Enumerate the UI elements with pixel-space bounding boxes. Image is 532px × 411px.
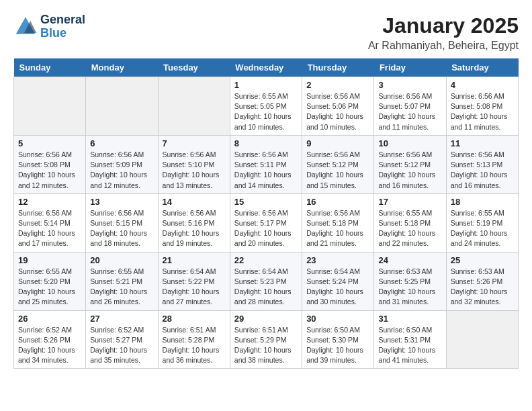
day-number: 5 <box>18 138 81 148</box>
day-number: 30 <box>306 314 369 324</box>
calendar-cell: 12Sunrise: 6:56 AM Sunset: 5:14 PM Dayli… <box>14 193 86 252</box>
day-number: 23 <box>306 255 369 265</box>
calendar-cell: 3Sunrise: 6:56 AM Sunset: 5:07 PM Daylig… <box>374 77 446 136</box>
day-number: 29 <box>234 314 298 324</box>
calendar-cell: 4Sunrise: 6:56 AM Sunset: 5:08 PM Daylig… <box>446 77 518 136</box>
day-number: 31 <box>378 314 441 324</box>
calendar-cell: 7Sunrise: 6:56 AM Sunset: 5:10 PM Daylig… <box>158 135 230 193</box>
day-info: Sunrise: 6:51 AM Sunset: 5:29 PM Dayligh… <box>234 325 298 366</box>
header-friday: Friday <box>374 58 446 77</box>
calendar-cell: 30Sunrise: 6:50 AM Sunset: 5:30 PM Dayli… <box>302 310 374 369</box>
calendar-cell: 26Sunrise: 6:52 AM Sunset: 5:26 PM Dayli… <box>14 310 86 369</box>
header-sunday: Sunday <box>14 58 86 77</box>
day-number: 19 <box>18 255 81 265</box>
logo-icon <box>13 15 38 39</box>
day-info: Sunrise: 6:56 AM Sunset: 5:06 PM Dayligh… <box>306 91 369 132</box>
calendar-cell <box>446 310 518 369</box>
day-info: Sunrise: 6:52 AM Sunset: 5:27 PM Dayligh… <box>90 325 153 366</box>
day-info: Sunrise: 6:56 AM Sunset: 5:08 PM Dayligh… <box>451 91 514 132</box>
calendar-cell <box>14 77 86 136</box>
day-info: Sunrise: 6:55 AM Sunset: 5:21 PM Dayligh… <box>90 267 153 308</box>
title-block: January 2025 Ar Rahmaniyah, Beheira, Egy… <box>368 13 519 52</box>
calendar-cell: 15Sunrise: 6:56 AM Sunset: 5:17 PM Dayli… <box>230 193 302 252</box>
day-info: Sunrise: 6:56 AM Sunset: 5:11 PM Dayligh… <box>234 150 298 191</box>
calendar-cell: 28Sunrise: 6:51 AM Sunset: 5:28 PM Dayli… <box>158 310 230 369</box>
day-info: Sunrise: 6:51 AM Sunset: 5:28 PM Dayligh… <box>163 325 226 366</box>
day-number: 9 <box>306 138 369 148</box>
calendar-cell <box>158 77 230 136</box>
day-info: Sunrise: 6:50 AM Sunset: 5:30 PM Dayligh… <box>306 325 369 366</box>
day-number: 8 <box>234 138 298 148</box>
day-number: 21 <box>163 255 226 265</box>
day-number: 20 <box>90 255 153 265</box>
day-number: 27 <box>90 314 153 324</box>
calendar-cell: 23Sunrise: 6:54 AM Sunset: 5:24 PM Dayli… <box>302 252 374 310</box>
calendar-cell: 31Sunrise: 6:50 AM Sunset: 5:31 PM Dayli… <box>374 310 446 369</box>
location-title: Ar Rahmaniyah, Beheira, Egypt <box>368 40 519 52</box>
day-info: Sunrise: 6:56 AM Sunset: 5:10 PM Dayligh… <box>163 150 226 191</box>
calendar-cell: 1Sunrise: 6:55 AM Sunset: 5:05 PM Daylig… <box>230 77 302 136</box>
calendar-cell: 16Sunrise: 6:56 AM Sunset: 5:18 PM Dayli… <box>302 193 374 252</box>
week-row-5: 26Sunrise: 6:52 AM Sunset: 5:26 PM Dayli… <box>14 310 519 369</box>
calendar-cell: 13Sunrise: 6:56 AM Sunset: 5:15 PM Dayli… <box>86 193 158 252</box>
day-number: 4 <box>451 80 514 90</box>
logo-text: General Blue <box>40 13 85 40</box>
week-row-1: 1Sunrise: 6:55 AM Sunset: 5:05 PM Daylig… <box>14 77 519 136</box>
day-number: 1 <box>234 80 298 90</box>
calendar-table: SundayMondayTuesdayWednesdayThursdayFrid… <box>13 58 519 369</box>
day-info: Sunrise: 6:56 AM Sunset: 5:18 PM Dayligh… <box>306 208 369 249</box>
week-row-3: 12Sunrise: 6:56 AM Sunset: 5:14 PM Dayli… <box>14 193 519 252</box>
calendar-cell: 22Sunrise: 6:54 AM Sunset: 5:23 PM Dayli… <box>230 252 302 310</box>
calendar-cell: 6Sunrise: 6:56 AM Sunset: 5:09 PM Daylig… <box>86 135 158 193</box>
calendar-cell: 24Sunrise: 6:53 AM Sunset: 5:25 PM Dayli… <box>374 252 446 310</box>
day-info: Sunrise: 6:56 AM Sunset: 5:17 PM Dayligh… <box>234 208 298 249</box>
calendar-cell: 14Sunrise: 6:56 AM Sunset: 5:16 PM Dayli… <box>158 193 230 252</box>
calendar-cell: 21Sunrise: 6:54 AM Sunset: 5:22 PM Dayli… <box>158 252 230 310</box>
calendar-cell: 5Sunrise: 6:56 AM Sunset: 5:08 PM Daylig… <box>14 135 86 193</box>
day-info: Sunrise: 6:56 AM Sunset: 5:09 PM Dayligh… <box>90 150 153 191</box>
calendar-cell: 2Sunrise: 6:56 AM Sunset: 5:06 PM Daylig… <box>302 77 374 136</box>
day-number: 18 <box>451 197 514 207</box>
calendar-cell: 10Sunrise: 6:56 AM Sunset: 5:12 PM Dayli… <box>374 135 446 193</box>
day-info: Sunrise: 6:56 AM Sunset: 5:12 PM Dayligh… <box>378 150 441 191</box>
day-number: 2 <box>306 80 369 90</box>
week-row-4: 19Sunrise: 6:55 AM Sunset: 5:20 PM Dayli… <box>14 252 519 310</box>
day-info: Sunrise: 6:56 AM Sunset: 5:12 PM Dayligh… <box>306 150 369 191</box>
header-thursday: Thursday <box>302 58 374 77</box>
day-info: Sunrise: 6:55 AM Sunset: 5:18 PM Dayligh… <box>378 208 441 249</box>
day-number: 7 <box>163 138 226 148</box>
day-number: 11 <box>451 138 514 148</box>
day-info: Sunrise: 6:53 AM Sunset: 5:26 PM Dayligh… <box>451 267 514 308</box>
weekday-header-row: SundayMondayTuesdayWednesdayThursdayFrid… <box>14 58 519 77</box>
day-info: Sunrise: 6:54 AM Sunset: 5:22 PM Dayligh… <box>163 267 226 308</box>
day-number: 26 <box>18 314 81 324</box>
calendar-cell: 17Sunrise: 6:55 AM Sunset: 5:18 PM Dayli… <box>374 193 446 252</box>
calendar-cell: 27Sunrise: 6:52 AM Sunset: 5:27 PM Dayli… <box>86 310 158 369</box>
day-info: Sunrise: 6:54 AM Sunset: 5:24 PM Dayligh… <box>306 267 369 308</box>
calendar-cell: 20Sunrise: 6:55 AM Sunset: 5:21 PM Dayli… <box>86 252 158 310</box>
logo: General Blue <box>13 13 85 40</box>
day-info: Sunrise: 6:55 AM Sunset: 5:19 PM Dayligh… <box>451 208 514 249</box>
calendar-cell: 19Sunrise: 6:55 AM Sunset: 5:20 PM Dayli… <box>14 252 86 310</box>
week-row-2: 5Sunrise: 6:56 AM Sunset: 5:08 PM Daylig… <box>14 135 519 193</box>
day-info: Sunrise: 6:54 AM Sunset: 5:23 PM Dayligh… <box>234 267 298 308</box>
header-saturday: Saturday <box>446 58 518 77</box>
day-number: 22 <box>234 255 298 265</box>
day-number: 3 <box>378 80 441 90</box>
day-number: 25 <box>451 255 514 265</box>
day-info: Sunrise: 6:53 AM Sunset: 5:25 PM Dayligh… <box>378 267 441 308</box>
calendar-cell: 29Sunrise: 6:51 AM Sunset: 5:29 PM Dayli… <box>230 310 302 369</box>
day-info: Sunrise: 6:52 AM Sunset: 5:26 PM Dayligh… <box>18 325 81 366</box>
calendar-cell <box>86 77 158 136</box>
calendar-cell: 9Sunrise: 6:56 AM Sunset: 5:12 PM Daylig… <box>302 135 374 193</box>
header-tuesday: Tuesday <box>158 58 230 77</box>
day-number: 12 <box>18 197 81 207</box>
day-info: Sunrise: 6:56 AM Sunset: 5:07 PM Dayligh… <box>378 91 441 132</box>
day-info: Sunrise: 6:56 AM Sunset: 5:16 PM Dayligh… <box>163 208 226 249</box>
day-info: Sunrise: 6:55 AM Sunset: 5:20 PM Dayligh… <box>18 267 81 308</box>
calendar-cell: 25Sunrise: 6:53 AM Sunset: 5:26 PM Dayli… <box>446 252 518 310</box>
day-number: 16 <box>306 197 369 207</box>
header-monday: Monday <box>86 58 158 77</box>
day-info: Sunrise: 6:56 AM Sunset: 5:08 PM Dayligh… <box>18 150 81 191</box>
day-number: 13 <box>90 197 153 207</box>
